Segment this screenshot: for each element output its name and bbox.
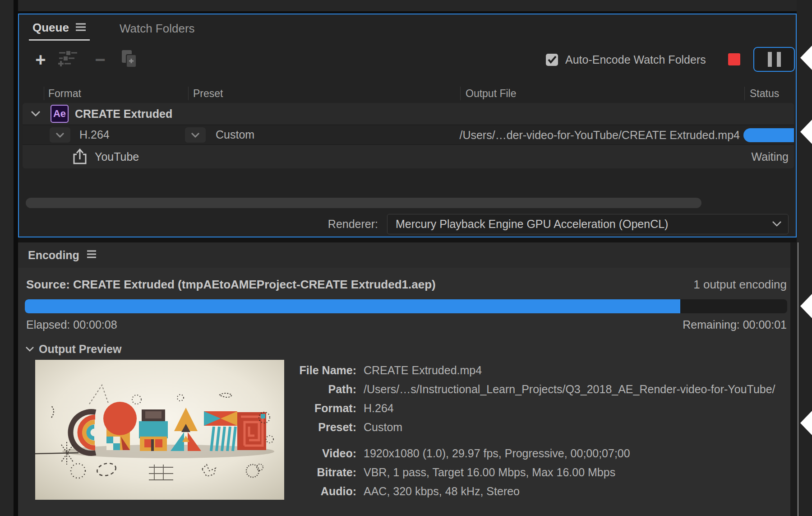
duplicate-button[interactable] [117,46,140,73]
tab-queue-label: Queue [32,21,69,35]
collapse-job-chevron-icon[interactable] [29,111,42,117]
encoding-progress-bar [25,299,787,313]
output-preview-frame [35,360,284,500]
encoding-panel-menu-icon[interactable] [87,250,97,260]
job-publish-row[interactable]: YouTube Waiting [23,145,794,168]
column-header-status[interactable]: Status [750,88,779,100]
job-source-row[interactable]: Ae CREATE Extruded [23,103,794,125]
queue-panel-menu-icon[interactable] [75,23,86,33]
detail-value: CREATE Extruded.mp4 [364,364,482,377]
preset-dropdown-button[interactable] [185,127,206,143]
detail-value: H.264 [364,402,394,415]
detail-value: /Users/…s/Instructional_Learn_Projects/Q… [364,383,775,396]
detail-label: Format: [284,402,356,415]
format-cell: H.264 [50,127,185,143]
tab-watch-folders-label: Watch Folders [120,22,195,36]
edge-arrow-icon [800,46,812,70]
renderer-row: Renderer: Mercury Playback Engine GPU Ac… [19,212,796,237]
output-preview-header[interactable]: Output Preview [25,343,121,356]
minus-icon: − [95,51,105,69]
column-header-output-file[interactable]: Output File [466,88,517,100]
add-output-button[interactable] [56,46,81,73]
right-edge-line [798,242,798,516]
publish-upload-icon [72,149,88,165]
column-header-format[interactable]: Format [48,88,81,100]
output-details: File Name: CREATE Extruded.mp4 Path: /Us… [284,361,787,501]
right-edge-substrip [790,242,797,516]
output-file-link[interactable]: /Users/…der-video-for-YouTube/CREATE Ext… [459,125,740,145]
publish-status: Waiting [752,145,789,168]
detail-value: VBR, 1 pass, Target 16.00 Mbps, Max 16.0… [364,466,615,479]
render-job-group: Ae CREATE Extruded H.264 Custom /Users/…… [23,103,794,168]
tab-queue[interactable]: Queue [29,21,90,41]
encoding-tab-row: Encoding [18,242,790,268]
preset-cell: Custom [185,127,254,143]
add-preset-icon [58,49,79,70]
remove-button[interactable]: − [91,46,109,73]
outputs-encoding-count: 1 output encoding [693,278,787,292]
detail-row: File Name: CREATE Extruded.mp4 [284,361,787,380]
auto-encode-label: Auto-Encode Watch Folders [565,53,706,66]
auto-encode-checkbox[interactable] [546,54,558,66]
panel-divider[interactable] [18,237,798,242]
detail-value: 1920x1080 (1.0), 29.97 fps, Progressive,… [364,447,630,460]
column-divider [460,87,461,100]
job-output-row[interactable]: H.264 Custom /Users/…der-video-for-YouTu… [23,125,794,145]
tab-encoding-label: Encoding [28,249,79,262]
stop-queue-button[interactable] [728,53,740,65]
renderer-value: Mercury Playback Engine GPU Acceleration… [396,218,668,231]
queue-column-headers: Format Preset Output File Status [19,87,796,103]
create-artwork-image [35,360,284,500]
output-preview-label: Output Preview [39,343,121,356]
edge-arrow-icon [800,294,812,318]
queue-panel: Queue Watch Folders + [18,14,797,237]
encoding-progress-fill [25,299,680,313]
pause-icon [768,52,772,67]
detail-label: Path: [284,383,356,396]
detail-label: Preset: [284,421,356,434]
detail-row: Format: H.264 [284,399,787,418]
elapsed-time: Elapsed: 00:00:08 [26,318,117,331]
format-dropdown-button[interactable] [50,127,70,143]
preset-value[interactable]: Custom [216,128,254,141]
job-source-name: CREATE Extruded [75,107,172,121]
left-gutter [14,0,18,516]
encoding-source: Source: CREATE Extruded (tmpAEtoAMEProje… [26,278,436,292]
encoding-time-row: Elapsed: 00:00:08 Remaining: 00:00:01 [26,318,787,334]
tab-watch-folders[interactable]: Watch Folders [116,22,198,40]
add-source-button[interactable]: + [32,46,50,73]
publish-destination[interactable]: YouTube [95,150,139,163]
duplicate-icon [119,49,138,70]
encoding-source-row: Source: CREATE Extruded (tmpAEtoAMEProje… [26,278,787,294]
column-divider [44,87,44,100]
detail-row: Video: 1920x1080 (1.0), 29.97 fps, Progr… [284,444,787,463]
horizontal-scrollbar[interactable] [26,198,701,208]
pause-queue-button[interactable] [753,47,795,72]
column-divider [744,87,745,100]
edge-arrow-icon [800,120,812,144]
detail-label: Video: [284,447,356,460]
after-effects-icon: Ae [51,105,69,123]
queue-toolbar: + − [19,46,796,73]
column-divider [188,87,189,100]
plus-icon: + [35,51,46,69]
tab-encoding[interactable]: Encoding [28,249,97,262]
format-value[interactable]: H.264 [79,128,110,141]
detail-label: File Name: [284,364,356,377]
renderer-label: Renderer: [328,218,378,231]
column-header-preset[interactable]: Preset [193,88,223,100]
pause-icon [777,52,781,67]
encoding-panel: Encoding Source: CREATE Extruded (tmpAEt… [18,242,790,516]
detail-value: Custom [364,421,402,434]
auto-encode-watch-folders: Auto-Encode Watch Folders [546,46,706,73]
renderer-dropdown[interactable]: Mercury Playback Engine GPU Acceleration… [387,214,789,234]
detail-row: Audio: AAC, 320 kbps, 48 kHz, Stereo [284,482,787,501]
detail-row: Preset: Custom [284,418,787,437]
chevron-down-icon [772,221,782,229]
detail-row: Bitrate: VBR, 1 pass, Target 16.00 Mbps,… [284,463,787,482]
edge-arrow-icon [800,411,812,435]
remaining-time: Remaining: 00:00:01 [683,318,787,331]
queue-tabs-row: Queue Watch Folders [19,19,796,42]
collapse-preview-chevron-icon [25,346,34,352]
encoding-progress-pill [743,128,794,142]
